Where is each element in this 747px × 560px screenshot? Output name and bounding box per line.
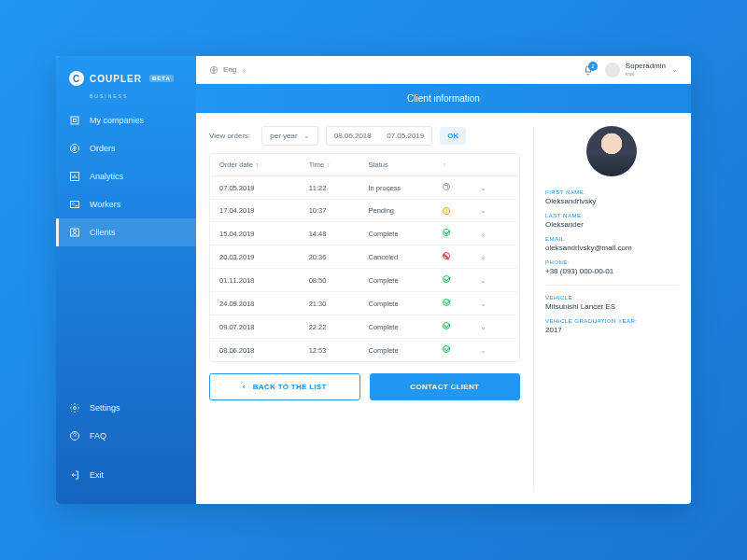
col-status-sort[interactable]: ↑ [443,161,480,168]
sidebar-item-label: Orders [90,144,116,153]
sidebar-item-exit[interactable]: Exit [56,461,196,489]
col-order-date[interactable]: Order date↑ [219,161,309,169]
svg-rect-1 [74,119,77,122]
field-label: VEHICLE: [545,295,678,301]
notifications-button[interactable]: 2 [583,64,594,76]
users-icon [69,199,80,210]
chevron-down-icon: ⌄ [303,132,310,140]
sidebar-item-faq[interactable]: FAQ [56,422,196,450]
back-label: BACK TO THE LIST [253,383,327,391]
svg-point-8 [74,407,77,410]
sidebar-item-label: My companies [90,116,144,125]
contact-button[interactable]: CONTACT CLIENT [370,373,521,400]
sort-icon: ↑ [256,161,260,168]
chevron-down-icon[interactable]: ⌄ [480,323,510,331]
table-row[interactable]: 07.05.201911:22In process⌄ [210,176,519,200]
table-row[interactable]: 01.11.201808:50Complete⌄ [210,269,519,292]
col-status[interactable]: Status [368,161,443,169]
cell-time: 10:37 [309,206,369,215]
field-year: VEHICLE GRADUATION YEAR: 2017 [545,318,678,334]
sidebar-item-settings[interactable]: Settings [56,394,196,422]
sidebar-item-workers[interactable]: Workers [56,190,196,218]
cell-time: 11:22 [309,184,369,192]
sidebar-item-companies[interactable]: My companies [56,106,196,134]
date-to: 07.05.2019 [387,132,424,140]
cell-date: 01.11.2018 [219,276,309,285]
gear-icon [69,402,80,413]
user-menu[interactable]: Superadmin trial ⌄ [605,63,678,77]
chevron-down-icon[interactable]: ⌄ [480,230,510,238]
sidebar-item-analytics[interactable]: Analytics [56,162,196,190]
table-row[interactable]: 17.04.201910:37Pending!⌄ [210,200,519,222]
field-label: LAST NAME: [545,213,678,218]
chevron-down-icon: ⌄ [671,65,678,74]
back-button[interactable]: ‹ BACK TO THE LIST [209,373,360,400]
table-body: 07.05.201911:22In process⌄17.04.201910:3… [210,176,519,361]
table-row[interactable]: 08.06.201812:53Complete⌄ [210,339,519,361]
language-label: Eng [223,65,236,74]
status-icon [443,299,480,308]
topbar: Eng ⌄ 2 Superadmin trial ⌄ [196,56,691,84]
field-value: Oleksander [545,220,678,229]
cell-status: Complete [368,230,443,238]
cell-time: 08:50 [309,276,369,285]
chevron-down-icon[interactable]: ⌄ [480,253,510,261]
sidebar-item-label: Settings [90,403,120,413]
chevron-down-icon[interactable]: ⌄ [480,184,510,192]
client-avatar [586,126,637,176]
chevron-left-icon: ‹ [243,383,246,391]
cell-date: 08.06.2018 [219,346,309,355]
language-selector[interactable]: Eng ⌄ [209,65,247,75]
field-first-name: FIRST NAME: Oleksandrivsky [545,189,678,205]
table-row[interactable]: 09.07.201822:22Complete⌄ [210,315,519,339]
divider [545,285,678,286]
logo-text: COUPLER [90,74,142,84]
chevron-down-icon: ⌄ [241,65,247,74]
ok-button[interactable]: OK [440,127,466,145]
action-bar: ‹ BACK TO THE LIST CONTACT CLIENT [209,373,520,400]
notification-badge: 2 [588,62,598,71]
col-time[interactable]: Time↑ [309,161,369,169]
status-icon [443,183,480,192]
logo-subtitle: BUSINESS [56,93,196,99]
sidebar-item-orders[interactable]: Orders [56,134,196,162]
filters: View orders: per year ⌄ 08.06.2018 07.05… [209,126,520,146]
sidebar-item-label: Clients [90,228,116,237]
cell-date: 09.07.2018 [219,323,309,331]
field-label: FIRST NAME: [545,189,678,195]
sidebar-item-label: Analytics [90,172,123,181]
date-range-input[interactable]: 08.06.2018 07.05.2019 [326,126,433,146]
help-icon [69,430,80,441]
orders-table: Order date↑ Time↑ Status ↑ 07.05.201911:… [209,153,520,362]
chevron-down-icon[interactable]: ⌄ [480,346,510,355]
period-select[interactable]: per year ⌄ [261,126,317,146]
app-window: C COUPLER BETA BUSINESS My companies Ord… [56,56,691,504]
sidebar-item-clients[interactable]: Clients [56,218,196,246]
cell-time: 22:22 [309,323,369,331]
cell-time: 20:36 [309,253,369,261]
cell-time: 21:30 [309,300,369,308]
table-row[interactable]: 20.03.201920:36Canceled⌄ [210,245,519,269]
sort-icon: ↑ [327,161,331,168]
field-value: Mitsubishi Lancer ES [545,302,678,311]
svg-point-5 [73,203,75,205]
orders-panel: View orders: per year ⌄ 08.06.2018 07.05… [209,126,520,491]
svg-point-7 [74,231,77,233]
table-row[interactable]: 15.04.201914:48Complete⌄ [210,222,519,245]
dollar-icon [69,143,80,154]
status-icon [443,345,480,355]
field-email: EMAIL: oleksandrivsky@mail.com [545,236,678,252]
cell-time: 14:48 [309,230,369,238]
table-row[interactable]: 24.09.201821:30Complete⌄ [210,292,519,315]
exit-icon [69,469,80,481]
cell-status: Complete [368,346,443,355]
chevron-down-icon[interactable]: ⌄ [480,276,510,285]
chevron-down-icon[interactable]: ⌄ [480,300,510,308]
field-label: VEHICLE GRADUATION YEAR: [545,318,678,324]
cell-status: Complete [368,323,443,331]
field-value: 2017 [545,326,678,334]
dash [377,132,381,140]
building-icon [69,115,80,126]
chevron-down-icon[interactable]: ⌄ [480,206,510,215]
status-icon [443,322,480,331]
